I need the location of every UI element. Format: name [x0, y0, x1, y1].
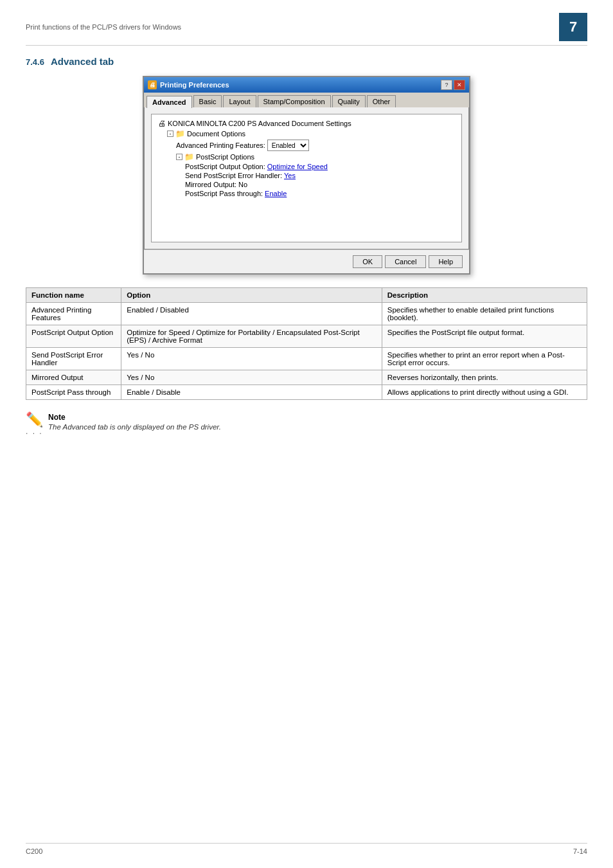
- table-row: Send PostScript Error HandlerYes / NoSpe…: [26, 348, 587, 370]
- cell-function: PostScript Output Option: [26, 325, 121, 348]
- help-titlebar-button[interactable]: ?: [441, 80, 452, 90]
- cell-option: Optimize for Speed / Optimize for Portab…: [121, 325, 382, 348]
- dialog-title: Printing Preferences: [160, 81, 229, 89]
- header-text: Print functions of the PCL/PS drivers fo…: [26, 23, 181, 31]
- dialog-tabs: Advanced Basic Layout Stamp/Composition …: [144, 93, 469, 107]
- tree-ps-output: PostScript Output Option: Optimize for S…: [155, 162, 458, 171]
- footer-model: C200: [26, 847, 42, 855]
- tab-quality[interactable]: Quality: [332, 95, 366, 107]
- dialog-body: 🖨 KONICA MINOLTA C200 PS Advanced Docume…: [144, 107, 469, 249]
- note-area: ✏️ . . . Note The Advanced tab is only d…: [26, 413, 587, 436]
- tree-adv-printing-label: Advanced Printing Features:: [176, 141, 265, 149]
- cell-description: Specifies whether to enable detailed pri…: [382, 303, 587, 325]
- help-button[interactable]: Help: [429, 255, 463, 268]
- cancel-button[interactable]: Cancel: [385, 255, 426, 268]
- col-option: Option: [121, 288, 382, 303]
- dialog-titlebar-left: 🖨 Printing Preferences: [148, 80, 229, 89]
- cell-option: Enable / Disable: [121, 385, 382, 400]
- tree-adv-printing: Advanced Printing Features: Enabled Disa…: [155, 139, 458, 152]
- tree-doc-options-label: Document Options: [187, 130, 245, 138]
- tree-doc-options: - 📁 Document Options: [155, 129, 458, 139]
- table-row: Advanced Printing FeaturesEnabled / Disa…: [26, 303, 587, 325]
- cell-description: Specifies whether to print an error repo…: [382, 348, 587, 370]
- footer-page: 7-14: [573, 847, 587, 855]
- printer-tree-icon: 🖨: [158, 119, 166, 128]
- note-dots: . . .: [26, 427, 43, 436]
- chapter-number: 7: [559, 13, 587, 41]
- tree-ps-options-label: PostScript Options: [196, 153, 254, 161]
- top-bar: Print functions of the PCL/PS drivers fo…: [26, 13, 587, 46]
- table-header-row: Function name Option Description: [26, 288, 587, 303]
- cell-option: Yes / No: [121, 370, 382, 385]
- note-icon-area: ✏️ . . .: [26, 413, 43, 436]
- cell-description: Reverses horizontally, then prints.: [382, 370, 587, 385]
- advanced-printing-select[interactable]: Enabled Disabled: [267, 140, 309, 151]
- printing-preferences-dialog: 🖨 Printing Preferences ? ✕ Advanced Basi…: [143, 76, 470, 275]
- section-heading: 7.4.6 Advanced tab: [26, 56, 587, 67]
- tree-view: 🖨 KONICA MINOLTA C200 PS Advanced Docume…: [151, 114, 462, 242]
- tree-root: 🖨 KONICA MINOLTA C200 PS Advanced Docume…: [155, 118, 458, 129]
- col-function-name: Function name: [26, 288, 121, 303]
- ok-button[interactable]: OK: [353, 255, 382, 268]
- col-description: Description: [382, 288, 587, 303]
- dialog-titlebar: 🖨 Printing Preferences ? ✕: [144, 77, 469, 93]
- tree-ps-output-label: PostScript Output Option:: [185, 163, 265, 170]
- section-title: Advanced tab: [51, 56, 114, 67]
- tree-ps-pass-label: PostScript Pass through:: [185, 190, 263, 197]
- cell-option: Yes / No: [121, 348, 382, 370]
- tree-ps-pass-value[interactable]: Enable: [265, 190, 287, 197]
- printer-icon: 🖨: [148, 80, 157, 89]
- close-titlebar-button[interactable]: ✕: [454, 80, 465, 90]
- tree-expand-doc[interactable]: -: [167, 131, 173, 137]
- note-pencil-icon: ✏️: [26, 413, 43, 427]
- titlebar-buttons: ? ✕: [441, 80, 465, 90]
- function-table: Function name Option Description Advance…: [26, 287, 587, 400]
- note-text: The Advanced tab is only displayed on th…: [48, 423, 221, 431]
- tree-mirrored-label: Mirrored Output:: [185, 181, 236, 188]
- tree-mirrored: Mirrored Output: No: [155, 180, 458, 189]
- tree-ps-output-value[interactable]: Optimize for Speed: [267, 163, 328, 170]
- tree-ps-options: - 📁 PostScript Options: [155, 152, 458, 162]
- ps-folder-icon: 📁: [184, 152, 194, 161]
- cell-description: Specifies the PostScript file output for…: [382, 325, 587, 348]
- cell-function: PostScript Pass through: [26, 385, 121, 400]
- section-number: 7.4.6: [26, 57, 44, 67]
- cell-function: Send PostScript Error Handler: [26, 348, 121, 370]
- cell-description: Allows applications to print directly wi…: [382, 385, 587, 400]
- table-row: PostScript Output OptionOptimize for Spe…: [26, 325, 587, 348]
- cell-function: Advanced Printing Features: [26, 303, 121, 325]
- tree-mirrored-value: No: [238, 181, 247, 188]
- tab-basic[interactable]: Basic: [193, 95, 222, 107]
- table-row: PostScript Pass throughEnable / DisableA…: [26, 385, 587, 400]
- note-content: Note The Advanced tab is only displayed …: [48, 413, 221, 431]
- tree-ps-error-value[interactable]: Yes: [284, 172, 296, 179]
- table-row: Mirrored OutputYes / NoReverses horizont…: [26, 370, 587, 385]
- tree-expand-ps[interactable]: -: [176, 154, 182, 160]
- tree-root-label: KONICA MINOLTA C200 PS Advanced Document…: [168, 120, 351, 127]
- page-footer: C200 7-14: [26, 843, 587, 855]
- tree-ps-error-label: Send PostScript Error Handler:: [185, 172, 282, 179]
- tree-ps-error: Send PostScript Error Handler: Yes: [155, 171, 458, 180]
- tab-other[interactable]: Other: [367, 95, 396, 107]
- cell-option: Enabled / Disabled: [121, 303, 382, 325]
- tree-ps-pass: PostScript Pass through: Enable: [155, 189, 458, 198]
- note-label: Note: [48, 413, 221, 422]
- tab-layout[interactable]: Layout: [223, 95, 256, 107]
- folder-icon: 📁: [175, 129, 185, 138]
- dialog-footer: OK Cancel Help: [144, 249, 469, 273]
- tab-stamp-composition[interactable]: Stamp/Composition: [258, 95, 331, 107]
- tab-advanced[interactable]: Advanced: [147, 96, 192, 108]
- cell-function: Mirrored Output: [26, 370, 121, 385]
